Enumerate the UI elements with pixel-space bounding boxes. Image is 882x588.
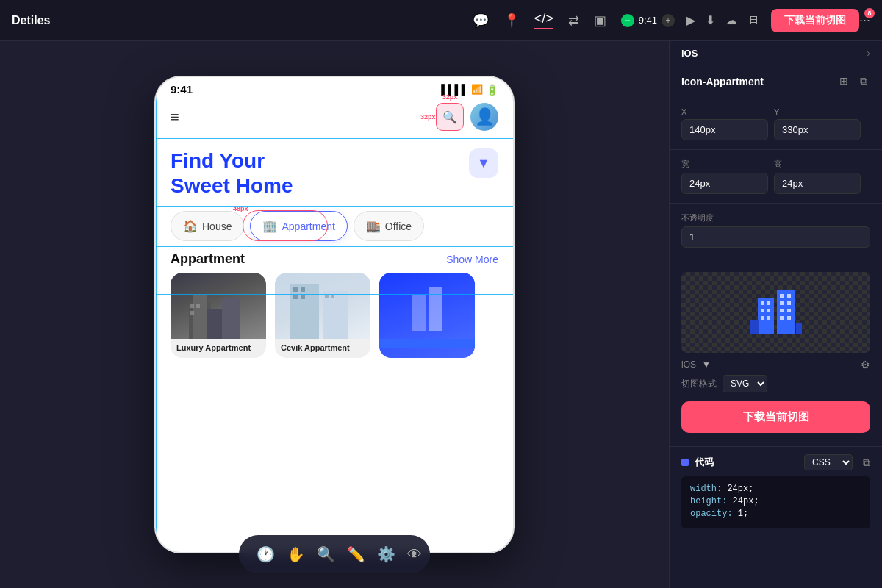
code-val-height: 24px;: [733, 496, 759, 506]
panel-ios-header: iOS ›: [670, 41, 882, 65]
width-label: 宽: [681, 159, 768, 170]
hero-title: Find Your Sweet Home: [171, 148, 498, 198]
code-block: width: 24px; height: 24px; opacity: 1;: [681, 476, 870, 528]
height-label: 高: [774, 159, 861, 170]
code-prop-opacity: opacity:: [690, 509, 738, 519]
zoom-control: − 9:41 +: [621, 14, 675, 27]
topbar-icons: 💬 📍 </> ⇄ ▣: [473, 11, 606, 29]
main-area: 9:41 ▌▌▌▌ 📶 🔋 ≡ 🔍 32px 32px: [0, 41, 882, 588]
opacity-section: 不透明度: [670, 204, 882, 257]
svg-rect-34: [796, 323, 802, 334]
coord-y-input[interactable]: [774, 119, 861, 140]
play-icon[interactable]: ▶: [686, 13, 695, 27]
svg-format-select[interactable]: SVG PNG JPG: [723, 375, 767, 392]
svg-rect-6: [190, 311, 194, 315]
css-format-select[interactable]: CSS Swift React: [804, 454, 853, 470]
svg-rect-7: [290, 284, 319, 339]
svg-rect-33: [750, 320, 759, 334]
card-cevik[interactable]: Cevik Appartment: [275, 273, 370, 358]
svg-rect-22: [761, 316, 764, 320]
zoom-minus-button[interactable]: −: [621, 14, 634, 27]
tab-appartment[interactable]: 🏢 Appartment: [250, 211, 347, 241]
section-title: Appartment: [171, 251, 245, 267]
card-third[interactable]: [379, 273, 475, 358]
card-third-label: [379, 339, 475, 348]
hero-title-line2: Sweet Home: [171, 173, 498, 198]
settings-icon[interactable]: ⚙️: [371, 539, 401, 569]
svg-rect-12: [301, 295, 305, 299]
building-svg-preview: [750, 287, 802, 338]
ios-dropdown-icon[interactable]: ▼: [702, 359, 711, 370]
dimensions-section: 宽 高: [670, 150, 882, 204]
show-more-link[interactable]: Show More: [446, 254, 498, 265]
coord-x-input[interactable]: [681, 119, 768, 140]
wh-pair: 宽 高: [681, 159, 870, 194]
height-input[interactable]: [774, 173, 861, 194]
selection-border: [436, 103, 464, 131]
coord-y-group: Y: [774, 107, 861, 140]
location-icon[interactable]: 📍: [503, 12, 520, 29]
app-logo: Detiles: [12, 14, 50, 27]
share-button[interactable]: 下载当前切图: [771, 9, 859, 32]
screen-icon[interactable]: 🖥: [747, 14, 759, 27]
tab-office[interactable]: 🏬 Office: [354, 211, 424, 241]
topbar-right-icons: ▶ ⬇ ☁ 🖥: [686, 13, 759, 27]
code-label: 代码: [695, 456, 714, 469]
svg-rect-25: [780, 294, 784, 298]
ios-format-label: iOS: [681, 359, 696, 370]
dim-32-left: 32px: [420, 113, 436, 121]
hero-section: Find Your Sweet Home ▼: [156, 138, 513, 204]
code-icon[interactable]: </>: [534, 11, 553, 29]
battery-icon: 🔋: [486, 84, 498, 96]
svg-rect-11: [293, 295, 298, 299]
notification-badge: 8: [864, 8, 875, 18]
panel-chevron-icon[interactable]: ›: [867, 47, 870, 59]
svg-rect-5: [196, 304, 200, 308]
width-group: 宽: [681, 159, 768, 194]
status-bar: 9:41 ▌▌▌▌ 📶 🔋: [156, 77, 513, 98]
width-input[interactable]: [681, 173, 768, 194]
card-luxury[interactable]: Luxury Appartment: [171, 273, 266, 358]
component-section: Icon-Appartment ⊞ ⧉: [670, 65, 882, 98]
avatar[interactable]: 👤: [470, 103, 498, 131]
component-icon-btn-1[interactable]: ⊞: [836, 74, 851, 89]
hand-icon[interactable]: ✋: [281, 539, 311, 569]
card-luxury-image: [171, 273, 266, 339]
history-icon[interactable]: 🕐: [251, 539, 281, 569]
canvas-area: 9:41 ▌▌▌▌ 📶 🔋 ≡ 🔍 32px 32px: [0, 41, 669, 588]
coordinates-section: X Y: [670, 98, 882, 150]
code-copy-icon[interactable]: ⧉: [863, 456, 870, 469]
svg-rect-18: [761, 301, 764, 305]
phone-mockup: 9:41 ▌▌▌▌ 📶 🔋 ≡ 🔍 32px 32px: [154, 76, 514, 553]
hamburger-icon[interactable]: ≡: [171, 109, 179, 126]
branch-icon[interactable]: ⇄: [568, 12, 579, 29]
zoom-in-icon[interactable]: 🔍: [311, 539, 341, 569]
opacity-input[interactable]: [681, 226, 870, 248]
svg-rect-26: [787, 294, 791, 298]
zoom-plus-button[interactable]: +: [662, 14, 675, 27]
download-icon[interactable]: ⬇: [706, 13, 715, 27]
height-group: 高: [774, 159, 861, 194]
comment-icon[interactable]: 💬: [473, 12, 489, 29]
panel-settings-icon[interactable]: ⚙: [861, 359, 870, 370]
eye-icon[interactable]: 👁: [401, 540, 428, 569]
code-section: 代码 CSS Swift React ⧉ width: 24px; height…: [670, 447, 882, 536]
hero-title-line1: Find Your: [171, 148, 498, 173]
more-button[interactable]: ··· 8: [859, 12, 870, 28]
status-time: 9:41: [171, 83, 193, 96]
cloud-icon[interactable]: ☁: [725, 13, 737, 27]
svg-rect-4: [190, 304, 194, 308]
filter-icon: ▼: [477, 156, 490, 171]
icon-preview: [681, 272, 870, 353]
tab-house[interactable]: 🏠 House: [171, 211, 244, 241]
pen-icon[interactable]: ✏️: [341, 539, 371, 569]
download-button[interactable]: 下载当前切图: [681, 401, 870, 433]
code-line-1: width: 24px;: [690, 484, 861, 494]
frame-icon[interactable]: ▣: [594, 12, 606, 29]
svg-rect-13: [325, 295, 329, 298]
component-icon-btn-2[interactable]: ⧉: [857, 74, 870, 89]
filter-button[interactable]: ▼: [469, 148, 498, 178]
code-dot-icon: [681, 459, 689, 466]
svg-rect-28: [787, 301, 791, 305]
section-header: Appartment Show More: [156, 248, 513, 273]
